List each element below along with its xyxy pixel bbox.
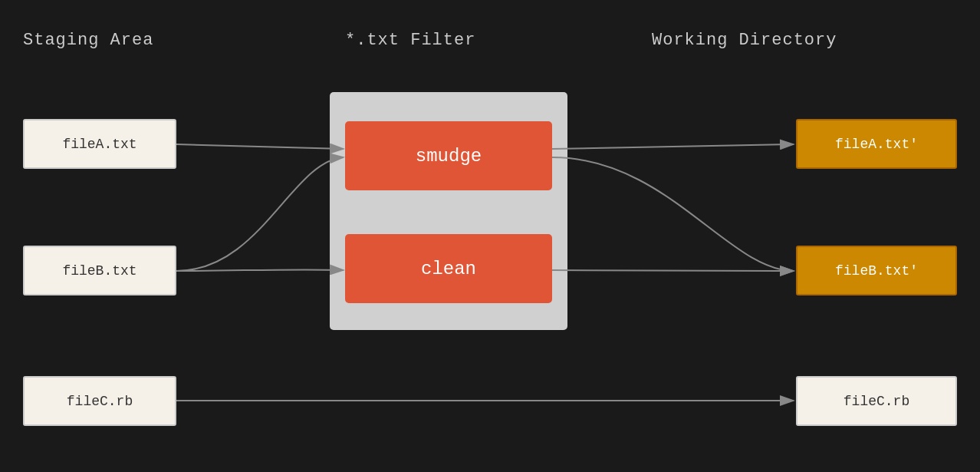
arrow-clean-to-fileB (552, 270, 794, 271)
arrow-smudge-to-fileA (552, 144, 794, 149)
arrow-smudge-to-fileB (552, 157, 794, 271)
arrow-fileB-to-smudge (176, 157, 344, 271)
arrow-fileA-to-smudge (176, 144, 344, 149)
working-file-c: fileC.rb (796, 376, 957, 426)
label-staging: Staging Area (23, 31, 153, 50)
staging-file-a: fileA.txt (23, 119, 176, 169)
diagram: Staging Area *.txt Filter Working Direct… (0, 0, 980, 472)
staging-file-c: fileC.rb (23, 376, 176, 426)
filter-clean: clean (345, 234, 552, 303)
label-working: Working Directory (652, 31, 837, 50)
label-filter: *.txt Filter (345, 31, 475, 50)
filter-smudge: smudge (345, 121, 552, 190)
arrow-fileB-to-clean (176, 269, 344, 271)
working-file-b: fileB.txt' (796, 246, 957, 295)
staging-file-b: fileB.txt (23, 246, 176, 295)
working-file-a: fileA.txt' (796, 119, 957, 169)
